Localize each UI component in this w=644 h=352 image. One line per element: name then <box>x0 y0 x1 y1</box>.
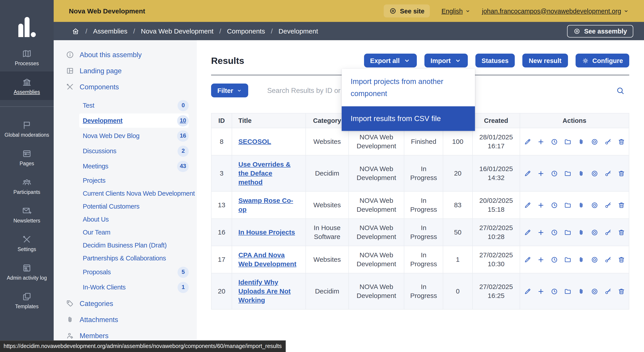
clock-icon[interactable] <box>550 256 558 263</box>
assembly-nav-attachments[interactable]: Attachments <box>54 311 197 328</box>
result-title-link[interactable]: Swamp Rose Co-op <box>238 196 293 213</box>
permissions-icon[interactable] <box>604 201 612 209</box>
assembly-nav-about-this-assembly[interactable]: About this assembly <box>54 46 197 63</box>
component-item-development[interactable]: Development10 <box>79 113 189 128</box>
clock-icon[interactable] <box>550 228 558 236</box>
sidebar-item-global-moderations[interactable]: Global moderations <box>0 114 54 143</box>
permissions-icon[interactable] <box>604 287 612 295</box>
component-item-partnerships-collaborations[interactable]: Partnerships & Collaborations <box>54 251 197 264</box>
result-title-link[interactable]: Identify Why Uploads Are Not Working <box>238 278 291 304</box>
result-title-link[interactable]: CPA And Nova Web Development <box>238 251 296 268</box>
folder-icon[interactable] <box>564 287 572 295</box>
edit-icon[interactable] <box>524 287 531 295</box>
attachment-icon[interactable] <box>577 201 585 209</box>
breadcrumb-item-nova-web-development[interactable]: Nova Web Development <box>141 27 214 35</box>
folder-icon[interactable] <box>564 256 572 263</box>
language-selector[interactable]: English <box>442 7 470 14</box>
new-result-button[interactable]: New result <box>522 54 568 67</box>
component-item-projects[interactable]: Projects <box>54 174 197 187</box>
folder-icon[interactable] <box>564 170 572 177</box>
result-title-link[interactable]: SECOSOL <box>238 138 271 145</box>
statuses-button[interactable]: Statuses <box>475 54 515 67</box>
permissions-icon[interactable] <box>604 256 612 263</box>
breadcrumb-item-components[interactable]: Components <box>227 27 265 35</box>
dropdown-item-import-projects-from-another-component[interactable]: Import projects from another component <box>342 69 475 106</box>
result-title-link[interactable]: Use Overrides & the Deface method <box>238 160 290 186</box>
component-item-in-work-clients[interactable]: In-Work Clients1 <box>54 280 197 295</box>
decidim-logo[interactable] <box>0 0 54 43</box>
edit-icon[interactable] <box>524 138 531 145</box>
add-icon[interactable] <box>537 287 545 295</box>
sidebar-item-newsletters[interactable]: Newsletters <box>0 200 54 229</box>
preview-icon[interactable] <box>591 170 598 177</box>
user-menu[interactable]: johan.francocampos@novawebdevelopment.or… <box>482 7 629 14</box>
preview-icon[interactable] <box>591 228 598 236</box>
add-icon[interactable] <box>537 228 545 236</box>
breadcrumb-item-assemblies[interactable]: Assemblies <box>93 27 127 35</box>
delete-icon[interactable] <box>618 170 625 177</box>
component-item-test[interactable]: Test0 <box>54 98 197 113</box>
folder-icon[interactable] <box>564 138 572 145</box>
attachment-icon[interactable] <box>577 256 585 263</box>
component-item-decidim-business-plan-draft[interactable]: Decidim Business Plan (Draft) <box>54 239 197 251</box>
permissions-icon[interactable] <box>604 170 612 177</box>
filter-button[interactable]: Filter <box>211 84 248 97</box>
sidebar-item-participants[interactable]: Participants <box>0 172 54 200</box>
add-icon[interactable] <box>537 256 545 263</box>
permissions-icon[interactable] <box>604 138 612 145</box>
attachment-icon[interactable] <box>577 170 585 177</box>
component-item-discussions[interactable]: Discussions2 <box>54 143 197 159</box>
component-item-current-clients-nova-web-development[interactable]: Current Clients Nova Web Development <box>54 187 197 200</box>
assembly-nav-components[interactable]: Components <box>54 79 197 95</box>
add-icon[interactable] <box>537 201 545 209</box>
preview-icon[interactable] <box>591 201 598 209</box>
delete-icon[interactable] <box>618 201 625 209</box>
component-item-about-us[interactable]: About Us <box>54 213 197 226</box>
edit-icon[interactable] <box>524 228 531 236</box>
export-all-button[interactable]: Export all <box>364 54 416 67</box>
breadcrumb-item-development[interactable]: Development <box>278 27 318 35</box>
edit-icon[interactable] <box>524 201 531 209</box>
clock-icon[interactable] <box>550 201 558 209</box>
delete-icon[interactable] <box>618 228 625 236</box>
attachment-icon[interactable] <box>577 287 585 295</box>
edit-icon[interactable] <box>524 256 531 263</box>
attachment-icon[interactable] <box>577 228 585 236</box>
sidebar-item-pages[interactable]: Pages <box>0 143 54 172</box>
delete-icon[interactable] <box>618 287 625 295</box>
component-item-meetings[interactable]: Meetings43 <box>54 159 197 174</box>
folder-icon[interactable] <box>564 201 572 209</box>
assembly-nav-landing-page[interactable]: Landing page <box>54 63 197 79</box>
import-button[interactable]: Import <box>424 54 468 67</box>
sidebar-item-settings[interactable]: Settings <box>0 229 54 257</box>
component-item-proposals[interactable]: Proposals5 <box>54 264 197 280</box>
result-title-link[interactable]: In House Projects <box>238 228 295 236</box>
preview-icon[interactable] <box>591 138 598 145</box>
add-icon[interactable] <box>537 170 545 177</box>
configure-button[interactable]: Configure <box>575 54 629 67</box>
clock-icon[interactable] <box>550 138 558 145</box>
edit-icon[interactable] <box>524 170 531 177</box>
see-site-button[interactable]: See site <box>384 4 430 17</box>
sidebar-item-admin-activity-log[interactable]: Admin activity log <box>0 257 54 286</box>
preview-icon[interactable] <box>591 287 598 295</box>
assembly-nav-categories[interactable]: Categories <box>54 295 197 311</box>
delete-icon[interactable] <box>618 256 625 263</box>
component-item-our-team[interactable]: Our Team <box>54 226 197 239</box>
search-button[interactable] <box>616 86 625 95</box>
sidebar-item-assemblies[interactable]: Assemblies <box>0 71 54 100</box>
clock-icon[interactable] <box>550 287 558 295</box>
delete-icon[interactable] <box>618 138 625 145</box>
add-icon[interactable] <box>537 138 545 145</box>
preview-icon[interactable] <box>591 256 598 263</box>
breadcrumb-home[interactable] <box>72 27 80 35</box>
component-item-nova-web-dev-blog[interactable]: Nova Web Dev Blog16 <box>54 128 197 143</box>
see-assembly-button[interactable]: See assembly <box>567 25 633 37</box>
clock-icon[interactable] <box>550 170 558 177</box>
permissions-icon[interactable] <box>604 228 612 236</box>
component-item-potential-customers[interactable]: Potential Customers <box>54 200 197 213</box>
sidebar-item-templates[interactable]: Templates <box>0 286 54 315</box>
folder-icon[interactable] <box>564 228 572 236</box>
sidebar-item-processes[interactable]: Processes <box>0 43 54 71</box>
dropdown-item-import-results-from-csv-file[interactable]: Import results from CSV file <box>342 106 475 131</box>
